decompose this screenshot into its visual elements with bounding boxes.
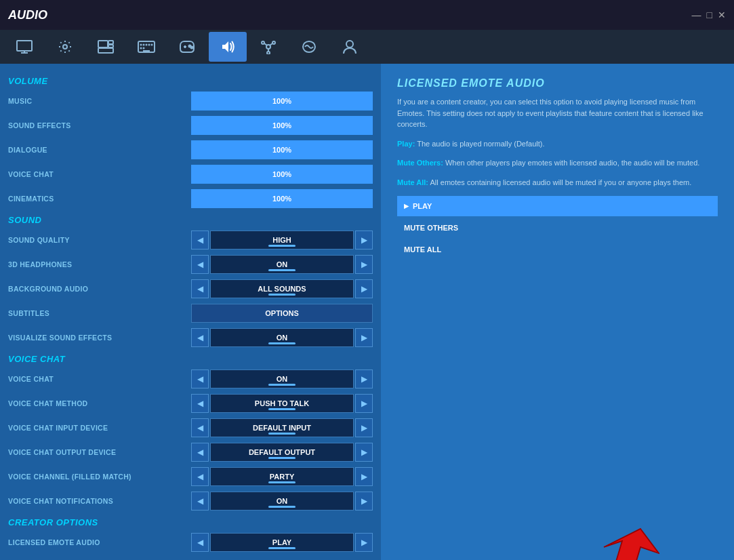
rp-play-desc: Play: The audio is played normally (Defa…: [397, 138, 718, 150]
voice-chat-notif-row: VOICE CHAT NOTIFICATIONS ◀ ON ▶: [8, 490, 373, 512]
rp-mute-others-highlight: Mute Others:: [397, 159, 443, 167]
maximize-button[interactable]: □: [707, 9, 712, 20]
voice-chat-method-selector: ◀ PUSH TO TALK ▶: [191, 394, 373, 413]
audio-tab[interactable]: [209, 32, 247, 62]
sound-quality-label: SOUND QUALITY: [8, 236, 191, 244]
voice-chat-next[interactable]: ▶: [355, 369, 373, 388]
background-audio-value: ALL SOUNDS: [210, 279, 354, 298]
headphones-label: 3D HEADPHONES: [8, 260, 191, 268]
voice-channel-prev[interactable]: ◀: [191, 467, 209, 486]
voice-chat-output-next[interactable]: ▶: [355, 443, 373, 462]
svg-point-29: [346, 41, 353, 47]
sound-section-header: SOUND: [8, 215, 373, 225]
voice-channel-row: VOICE CHANNEL (FILLED MATCH) ◀ PARTY ▶: [8, 466, 373, 487]
headphones-selector: ◀ ON ▶: [191, 255, 373, 274]
voice-chat-notif-next[interactable]: ▶: [355, 492, 373, 511]
svg-point-24: [267, 52, 270, 54]
minimize-button[interactable]: —: [692, 9, 701, 20]
controller-tab[interactable]: [290, 32, 328, 62]
background-audio-next[interactable]: ▶: [355, 279, 373, 298]
sound-quality-value: HIGH: [210, 231, 354, 249]
account-tab[interactable]: [331, 32, 369, 62]
licensed-emote-prev[interactable]: ◀: [191, 533, 209, 552]
cinematics-value: 100%: [191, 189, 373, 208]
nav-tabs: [0, 30, 734, 64]
cinematics-bar[interactable]: 100%: [191, 189, 373, 208]
svg-point-23: [272, 41, 275, 44]
sound-effects-label: SOUND EFFECTS: [8, 121, 191, 129]
gamepad-tab[interactable]: [168, 32, 206, 62]
network-tab[interactable]: [249, 32, 287, 62]
creator-options-header: CREATOR OPTIONS: [8, 517, 373, 527]
subtitles-options-button[interactable]: OPTIONS: [191, 304, 373, 323]
svg-line-26: [270, 43, 272, 45]
voice-chat-notif-value: ON: [210, 492, 354, 511]
voice-chat-method-next[interactable]: ▶: [355, 394, 373, 413]
voice-chat-method-prev[interactable]: ◀: [191, 394, 209, 413]
close-button[interactable]: ✕: [718, 9, 726, 20]
monitor-tab[interactable]: [5, 32, 43, 62]
voice-chat-output-label: VOICE CHAT OUTPUT DEVICE: [8, 448, 191, 456]
voice-chat-section-header: VOICE CHAT: [8, 354, 373, 364]
voice-channel-next[interactable]: ▶: [355, 467, 373, 486]
dialogue-label: DIALOGUE: [8, 146, 191, 154]
rp-description: If you are a content creator, you can se…: [397, 96, 718, 130]
dialogue-bar[interactable]: 100%: [191, 140, 373, 159]
rp-play-highlight: Play:: [397, 140, 415, 148]
right-panel: LICENSED EMOTE AUDIO If you are a conten…: [381, 64, 734, 560]
dialogue-row: DIALOGUE 100%: [8, 139, 373, 161]
voice-chat-method-label: VOICE CHAT METHOD: [8, 399, 191, 407]
voice-chat-method-row: VOICE CHAT METHOD ◀ PUSH TO TALK ▶: [8, 393, 373, 414]
play-option[interactable]: ▶ PLAY: [397, 196, 718, 216]
subtitles-label: SUBTITLES: [8, 309, 191, 317]
headphones-row: 3D HEADPHONES ◀ ON ▶: [8, 254, 373, 275]
background-audio-label: BACKGROUND AUDIO: [8, 285, 191, 293]
window-controls[interactable]: — □ ✕: [692, 9, 726, 20]
main-content: VOLUME MUSIC 100% SOUND EFFECTS 100% DIA…: [0, 64, 734, 560]
play-triangle-icon: ▶: [404, 203, 409, 209]
visualize-prev[interactable]: ◀: [191, 328, 209, 347]
voice-chat-input-selector: ◀ DEFAULT INPUT ▶: [191, 418, 373, 437]
headphones-value: ON: [210, 255, 354, 274]
voice-chat-input-row: VOICE CHAT INPUT DEVICE ◀ DEFAULT INPUT …: [8, 417, 373, 439]
keyboard-tab[interactable]: [127, 32, 165, 62]
red-arrow-svg: [585, 523, 659, 560]
voice-chat-notif-label: VOICE CHAT NOTIFICATIONS: [8, 497, 191, 505]
sound-effects-bar[interactable]: 100%: [191, 116, 373, 135]
sound-quality-next[interactable]: ▶: [355, 231, 373, 249]
visualize-next[interactable]: ▶: [355, 328, 373, 347]
licensed-emote-label: LICENSED EMOTE AUDIO: [8, 538, 191, 546]
sound-quality-prev[interactable]: ◀: [191, 231, 209, 249]
voice-chat-bar[interactable]: 100%: [191, 165, 373, 184]
headphones-next[interactable]: ▶: [355, 255, 373, 274]
voice-chat-output-selector: ◀ DEFAULT OUTPUT ▶: [191, 443, 373, 462]
mute-others-option[interactable]: MUTE OTHERS: [397, 218, 718, 238]
music-bar[interactable]: 100%: [191, 92, 373, 111]
voice-channel-value: PARTY: [210, 467, 354, 486]
display-tab[interactable]: [87, 32, 125, 62]
headphones-prev[interactable]: ◀: [191, 255, 209, 274]
music-row: MUSIC 100%: [8, 90, 373, 112]
settings-tab[interactable]: [46, 32, 84, 62]
licensed-emote-next[interactable]: ▶: [355, 533, 373, 552]
voice-chat-row: VOICE CHAT ◀ ON ▶: [8, 368, 373, 390]
voice-chat-prev[interactable]: ◀: [191, 369, 209, 388]
voice-chat-value: ON: [210, 369, 354, 388]
mute-all-option[interactable]: MUTE ALL: [397, 239, 718, 260]
voice-chat-input-next[interactable]: ▶: [355, 418, 373, 437]
app-title: Audio: [8, 8, 47, 22]
sound-quality-selector: ◀ HIGH ▶: [191, 231, 373, 249]
svg-rect-5: [108, 41, 113, 44]
svg-rect-6: [108, 45, 113, 47]
voice-chat-notif-prev[interactable]: ◀: [191, 492, 209, 511]
voice-channel-selector: ◀ PARTY ▶: [191, 467, 373, 486]
voice-chat-label: VOICE CHAT: [8, 375, 191, 383]
sound-effects-value: 100%: [191, 116, 373, 135]
background-audio-prev[interactable]: ◀: [191, 279, 209, 298]
left-panel: VOLUME MUSIC 100% SOUND EFFECTS 100% DIA…: [0, 64, 381, 560]
svg-marker-30: [604, 529, 659, 560]
music-value: 100%: [191, 92, 373, 111]
voice-chat-output-prev[interactable]: ◀: [191, 443, 209, 462]
voice-chat-input-prev[interactable]: ◀: [191, 418, 209, 437]
rp-mute-others-text: When other players play emotes with lice…: [445, 159, 699, 167]
